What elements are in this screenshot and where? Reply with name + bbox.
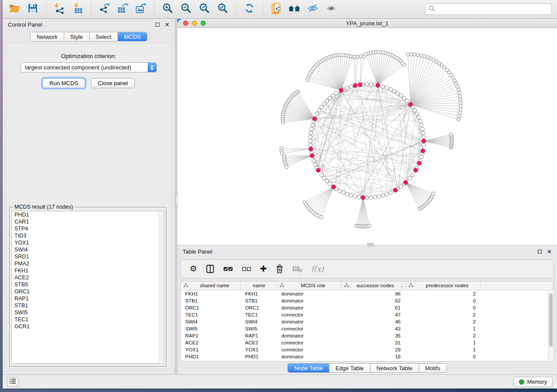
table-row[interactable]: SWI5SWI5connector431 [181,325,554,332]
import-network-button[interactable] [51,2,68,17]
table-row[interactable]: ORC1ORC1dominator610 [181,304,554,311]
list-item[interactable]: ACE2 [12,274,164,281]
show-hidden-button[interactable] [323,2,339,17]
criterion-value: largest connected component (undirected) [21,64,148,71]
list-item[interactable]: TID3 [12,232,164,239]
list-icon [9,378,16,386]
table-row[interactable]: SWI4SWI4dominator462 [181,318,554,325]
list-item[interactable]: SWI5 [12,309,164,316]
delete-table-icon [292,265,303,273]
horizontal-splitter[interactable] [177,244,557,246]
run-mcds-button[interactable]: Run MCDS [42,78,85,88]
table-tabbar: Node TableEdge TableNetwork TableMotifs [287,363,446,373]
list-item[interactable]: PHD1 [12,211,164,218]
zoom-in-button[interactable] [159,2,176,17]
network-window-titlebar[interactable]: YPA_prune.txt_1 [177,19,557,28]
close-panel-icon[interactable]: ✕ [547,249,552,254]
table-row[interactable]: STB1STB1dominator620 [181,297,554,304]
task-history-button[interactable] [7,377,18,387]
refresh-view-button[interactable] [241,2,258,17]
first-neighbors-button[interactable] [286,2,303,17]
list-item[interactable]: SRD1 [12,253,164,260]
table-panel: Table Panel ✕ ⚙ ✚ f(x) shared namenam [177,246,557,375]
memory-status-dot [519,379,524,385]
memory-button[interactable]: Memory [513,377,553,387]
zoom-selected-button[interactable] [214,2,231,17]
column-header-predecessor-nodes[interactable]: predecessor nodes [406,282,481,290]
toolbar-separator [263,3,263,15]
select-all-columns-icon[interactable] [223,265,234,273]
tab-select[interactable]: Select [90,32,118,41]
table-settings-gear-icon[interactable]: ⚙ [190,265,197,273]
export-image-button[interactable] [133,2,149,17]
zoom-fit-button[interactable] [196,2,213,17]
table-row[interactable]: RAP1RAP1dominator352 [181,332,554,339]
list-item[interactable]: TEC1 [12,316,164,323]
show-columns-icon[interactable] [205,264,215,274]
toolbar-separator [46,3,46,15]
column-header-MCDS-role[interactable]: MCDS role [277,282,342,290]
open-file-button[interactable] [6,2,23,17]
table-scrollbar[interactable] [548,291,553,361]
list-item[interactable]: CAR1 [12,218,164,225]
hide-selected-button[interactable] [304,2,321,17]
create-column-plus-icon[interactable]: ✚ [260,265,267,273]
delete-column-trash-icon[interactable] [275,264,284,274]
table-row[interactable]: FKH1FKH1dominator962 [181,290,554,297]
table-row[interactable]: TEC1TEC1connector472 [181,311,554,318]
criterion-dropdown[interactable]: largest connected component (undirected) [21,62,157,72]
list-item[interactable]: STB5 [12,281,164,288]
zoom-in-icon [162,3,173,16]
table-scrollbar-thumb[interactable] [549,293,553,347]
control-panel: Control Panel ✕ NetworkStyleSelectMCDS O… [3,19,175,375]
float-panel-icon[interactable] [156,23,159,27]
network-graph[interactable] [177,28,557,244]
save-icon [27,3,38,16]
search-box [425,3,552,15]
list-item[interactable]: ORC1 [12,288,164,295]
list-item[interactable]: STP4 [12,225,164,232]
eye-slash-icon [307,3,318,16]
tab-network[interactable]: Network [31,32,64,41]
export-table-icon [117,3,128,16]
main-toolbar [3,0,557,19]
table-body: FKH1FKH1dominator962STB1STB1dominator620… [181,290,554,360]
shared-column-icon [408,283,415,289]
table-row[interactable]: ACE2ACE2connector311 [181,339,554,346]
export-network-icon [99,3,110,16]
close-panel-icon[interactable]: ✕ [165,22,170,28]
column-header-name[interactable]: name [241,282,277,290]
deselect-all-columns-icon[interactable] [242,265,252,273]
export-table-button[interactable] [114,2,131,17]
list-item[interactable]: PMA2 [12,260,164,267]
list-item[interactable]: STB1 [12,302,164,309]
export-network-button[interactable] [96,2,113,17]
tab-edge-table[interactable]: Edge Table [329,364,370,372]
list-item[interactable]: FKH1 [12,267,164,274]
search-input[interactable] [437,6,548,13]
result-list-scrollbar[interactable] [159,212,163,363]
list-item[interactable]: YOX1 [12,239,164,246]
network-document-button[interactable] [268,2,284,17]
tab-style[interactable]: Style [64,32,90,41]
list-item[interactable]: SWI4 [12,246,164,253]
list-item[interactable]: GCR1 [12,323,164,330]
splitter-handle[interactable] [367,243,374,246]
tab-node-table[interactable]: Node Table [288,364,329,372]
float-panel-icon[interactable] [538,250,542,254]
list-item[interactable]: RAP1 [12,295,164,302]
tab-motifs[interactable]: Motifs [419,364,446,372]
table-row[interactable]: PHD1PHD1dominator180 [181,353,554,360]
close-panel-button[interactable]: Close panel [91,78,135,88]
network-canvas[interactable] [177,28,557,244]
mcds-result-list: PHD1CAR1STP4TID3YOX1SWI4SRD1PMA2FKH1ACE2… [11,211,164,364]
table-row[interactable]: YOX1YOX1connector291 [181,346,554,353]
dropdown-stepper-icon [148,62,156,72]
column-header-successor-nodes[interactable]: successor nodes⌄ [342,282,406,290]
zoom-out-button[interactable] [178,2,194,17]
save-session-button[interactable] [24,2,41,17]
tab-network-table[interactable]: Network Table [370,364,419,372]
import-table-button[interactable] [69,2,86,17]
tab-mcds[interactable]: MCDS [118,32,147,41]
column-header-shared-name[interactable]: shared name [181,282,241,290]
